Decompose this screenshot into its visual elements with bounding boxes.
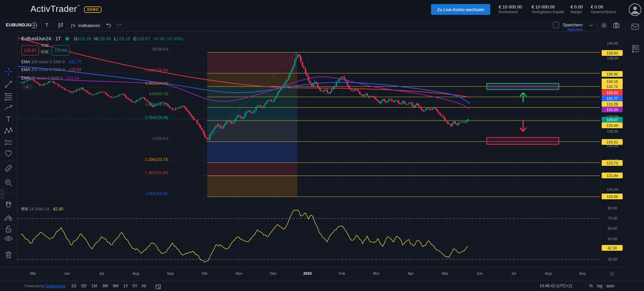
settings-gear-icon[interactable] (600, 21, 608, 29)
axis-price-label: 128.00 (600, 129, 625, 133)
fib-level-label: 1.382(121.94) (145, 171, 169, 175)
spread-high: 0.02 (39, 43, 51, 47)
screenshot-camera-icon[interactable] (612, 21, 620, 29)
axis-price-label: 70.00 (600, 216, 625, 220)
stat-value: € 10 000.00 (499, 4, 522, 9)
clock-label: 14:46:42 (UTC+2) (539, 284, 572, 288)
emoji-heart-icon[interactable] (4, 149, 13, 158)
magnet-icon[interactable] (4, 201, 13, 210)
goto-date-calendar-icon[interactable] (154, 283, 162, 290)
forecast-icon[interactable] (4, 138, 13, 147)
axis-price-badge: 129.67 (602, 117, 623, 122)
stat-value: € 10 000.00 (532, 4, 564, 9)
close-label: C (133, 36, 136, 41)
powered-by-label: Powered by (25, 284, 44, 288)
indicator-name: EMA (21, 67, 30, 72)
time-axis[interactable]: MaiJunJulAugSepOktNovDez2024FebMrzAprMai… (0, 267, 626, 281)
ohlc-values: O129.29 H129.69 L129.18 C129.67 +0.39 (+… (74, 36, 184, 41)
time-axis-label: Aug (126, 271, 146, 275)
indicator-params: 200 close 0 SMA 9 (31, 67, 65, 72)
auto-scale-button[interactable]: auto (606, 284, 614, 288)
chart-style-candles-icon[interactable] (57, 22, 64, 29)
chevron-down-icon[interactable] (588, 23, 594, 28)
rsi-row[interactable]: RSI 14 SMA 14 42.30 (21, 207, 63, 211)
switch-live-account-button[interactable]: Zu Live-Konto wechseln (431, 4, 490, 15)
stat-gewinn-verlust: € 0.00 Gewinn/Verlust (591, 4, 616, 14)
compare-add-icon[interactable] (30, 22, 38, 29)
stat-label: Gewinn/Verlust (591, 9, 616, 14)
stat-value: € 0.00 (571, 4, 583, 9)
text-tool-icon[interactable] (4, 115, 13, 124)
range-1d[interactable]: 1D (71, 284, 76, 288)
price-chart-canvas[interactable] (0, 0, 644, 291)
time-axis-label: Sep (160, 271, 180, 275)
indicators-button[interactable]: ƒx Indikatoren (70, 22, 100, 29)
mail-icon[interactable] (630, 22, 640, 31)
stat-kontostand: € 10 000.00 Kontostand (499, 4, 522, 14)
legend-collapse-button[interactable] (22, 84, 32, 90)
time-axis-label: Jul (91, 271, 112, 275)
range-1m[interactable]: 1M (91, 284, 97, 288)
axis-price-badge: 126.61 (602, 139, 623, 145)
fib-level-label: 1.618(119.06) (145, 192, 168, 196)
ema-50-row[interactable]: EMA 50 close 0 SMA 9 131.04 (21, 76, 79, 81)
drawing-lock-icon[interactable] (4, 213, 13, 222)
ruler-icon[interactable] (4, 164, 13, 173)
symbol-title[interactable]: EuBundJun24 · 1T (21, 36, 61, 41)
ema-200-row[interactable]: EMA 200 close 0 SMA 9 132.63 (21, 67, 81, 72)
pattern-xabcd-icon[interactable] (4, 127, 13, 135)
undo-icon[interactable] (105, 22, 112, 29)
axis-price-label: 80.00 (600, 206, 625, 210)
percent-scale-button[interactable]: % (589, 284, 593, 288)
range-5d[interactable]: 5D (81, 284, 86, 288)
buy-button[interactable]: 129.69 (52, 45, 69, 55)
axis-price-label: 140.00 (600, 41, 625, 45)
time-axis-label: Dez (263, 271, 283, 275)
tradingview-link[interactable]: TradingView (45, 284, 66, 288)
redo-icon[interactable] (115, 22, 123, 29)
interval-button[interactable]: T (45, 22, 48, 28)
brush-icon[interactable] (4, 104, 13, 112)
ema-100-row[interactable]: EMA 100 close 0 SMA 9 131.77 (21, 60, 81, 64)
stat-value: € 0.00 (591, 4, 616, 9)
open-label: O (74, 36, 78, 41)
trendline-icon[interactable] (4, 80, 13, 89)
range-6m[interactable]: 6M (113, 284, 119, 288)
save-button[interactable]: Speichern (563, 22, 583, 27)
fib-retracement-icon[interactable] (4, 92, 13, 100)
range-1y[interactable]: 1Y (123, 284, 128, 288)
axis-price-badge: 121.94 (602, 173, 623, 178)
stat-margin: € 0.00 Margin (571, 4, 583, 14)
axis-price-badge: 132.72 (602, 84, 623, 89)
axis-price-badge: 132.63 (602, 90, 623, 95)
eye-icon[interactable] (4, 234, 13, 243)
time-axis-label: Sep (572, 271, 593, 275)
logo-text: ActivTrader (30, 4, 77, 14)
layout-checkbox[interactable] (553, 22, 559, 28)
trash-icon[interactable] (4, 250, 13, 259)
range-5y[interactable]: 5Y (132, 284, 137, 288)
axis-price-badge: 138.83 (602, 50, 623, 56)
log-scale-button[interactable]: log (597, 284, 602, 288)
save-tooltip: Speichern (567, 28, 583, 31)
fib-level-label: 0.5(132.72) (149, 92, 168, 96)
price-axis[interactable]: 140.00138.00130.00128.00126.00124.00120.… (600, 31, 626, 281)
sell-button[interactable]: 129.67 (21, 45, 39, 55)
zoom-in-icon[interactable] (4, 178, 13, 187)
indicator-params: 50 close 0 SMA 9 (31, 76, 63, 81)
axis-price-badge: 135.95 (602, 71, 623, 77)
symbol-button[interactable]: EUBUNDJU (6, 22, 31, 27)
indicator-value: 131.04 (66, 76, 79, 81)
timezone-sun-icon[interactable] (608, 270, 616, 278)
rail-expand-tab[interactable]: › (0, 189, 4, 199)
axis-price-badge: 131.04 (602, 107, 623, 112)
crosshair-icon[interactable] (4, 67, 13, 76)
range-all[interactable]: All (142, 284, 146, 288)
news-icon[interactable] (630, 43, 641, 54)
top-header: ActivTrader™DEMO Zu Live-Konto wechseln … (0, 0, 644, 20)
unlock-icon[interactable] (4, 225, 13, 233)
range-3m[interactable]: 3M (102, 284, 108, 288)
axis-price-badge: 129.49 (602, 122, 623, 128)
avatar[interactable] (629, 3, 641, 17)
indicator-name: RSI (21, 207, 28, 211)
